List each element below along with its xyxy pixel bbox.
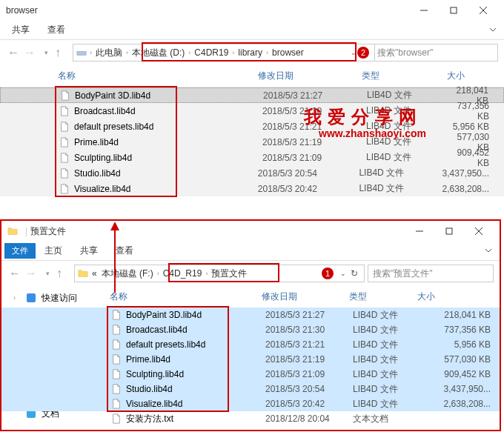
column-headers[interactable]: 名称 修改日期 类型 大小 xyxy=(0,65,504,87)
up-button[interactable]: ↑ xyxy=(55,46,70,59)
titlebar[interactable]: | 预置文件 xyxy=(1,221,500,242)
file-row[interactable]: Prime.lib4d2018/5/3 21:19LIB4D 文件577,030… xyxy=(1,352,500,367)
refresh-icon[interactable]: ↻ xyxy=(351,268,358,279)
file-date: 2018/5/3 20:54 xyxy=(258,168,359,179)
file-size: 2,638,208... xyxy=(421,399,500,409)
forward-button[interactable]: → xyxy=(22,45,37,60)
file-size: 909,452 KB xyxy=(421,369,500,379)
file-date: 2018/5/3 21:27 xyxy=(265,310,353,320)
file-list: BodyPaint 3D.lib4d2018/5/3 21:27LIB4D 文件… xyxy=(0,87,504,196)
file-date: 2018/5/3 20:54 xyxy=(265,384,353,394)
file-size: 5,956 KB xyxy=(421,339,500,350)
titlebar[interactable]: browser xyxy=(0,0,504,21)
folder-icon xyxy=(7,226,18,236)
tab-share[interactable]: 共享 xyxy=(71,242,107,260)
file-type: LIB4D 文件 xyxy=(353,309,421,322)
minimize-button[interactable] xyxy=(409,1,439,20)
tab-file[interactable]: 文件 xyxy=(4,243,36,259)
file-size: 737,356 KB xyxy=(421,325,500,335)
file-date: 2018/5/3 21:09 xyxy=(262,153,366,163)
col-name[interactable]: 名称 xyxy=(110,290,262,303)
file-row[interactable]: Studio.lib4d2018/5/3 20:54LIB4D 文件3,437,… xyxy=(1,382,500,396)
path-pc[interactable]: 此电脑 xyxy=(93,47,125,59)
file-size: 737,356 KB xyxy=(451,101,504,122)
path-box[interactable]: › 此电脑 › 本地磁盘 (D:) › C4DR19 › library › b… xyxy=(73,44,375,62)
file-row[interactable]: Visualize.lib4d2018/5/3 20:42LIB4D 文件2,6… xyxy=(1,396,500,411)
annotation-badge-1: 1 xyxy=(322,267,334,279)
col-size[interactable]: 大小 xyxy=(417,290,500,303)
file-icon xyxy=(111,413,122,424)
close-button[interactable] xyxy=(468,1,498,20)
file-date: 2018/5/3 21:09 xyxy=(265,369,353,379)
chevron-icon[interactable]: › xyxy=(88,49,93,56)
file-row[interactable]: 安装方法.txt2018/12/8 20:04文本文档 xyxy=(1,411,500,426)
file-size: 577,030 KB xyxy=(421,354,500,365)
ribbon-tabs: 共享 查看 xyxy=(0,21,504,40)
sidebar-item[interactable]: ›快速访问 xyxy=(3,289,88,307)
address-bar: ← → ▾ ↑ « 本地磁盘 (F:) › C4D_R19 › 预置文件 ⌄↻ … xyxy=(1,261,500,286)
close-button[interactable] xyxy=(464,222,494,241)
star-icon xyxy=(25,292,37,304)
file-size: 3,437,950... xyxy=(421,384,500,394)
ribbon-expand-icon[interactable] xyxy=(482,25,504,36)
ribbon-tabs: 文件 主页 共享 查看 xyxy=(1,242,500,261)
forward-button[interactable]: → xyxy=(24,266,39,281)
file-type: 文本文档 xyxy=(353,413,421,425)
window-title: browser xyxy=(6,5,409,16)
back-button[interactable]: ← xyxy=(6,45,21,60)
tab-share[interactable]: 共享 xyxy=(3,21,39,39)
file-date: 2018/5/3 21:30 xyxy=(265,325,353,335)
file-date: 2018/5/3 21:21 xyxy=(262,122,366,132)
search-input[interactable]: 搜索"browser" xyxy=(372,44,498,62)
tree-expand-icon[interactable]: › xyxy=(13,294,21,302)
back-button[interactable]: ← xyxy=(7,266,22,281)
path-drive[interactable]: 本地磁盘 (F:) xyxy=(99,267,156,280)
file-row[interactable]: BodyPaint 3D.lib4d2018/5/3 21:27LIB4D 文件… xyxy=(1,308,500,322)
path-dropdown-icon[interactable]: ⌄ xyxy=(340,270,346,277)
recent-dropdown[interactable]: ▾ xyxy=(40,266,55,281)
col-date[interactable]: 修改日期 xyxy=(262,290,349,303)
address-bar: ← → ▾ ↑ › 此电脑 › 本地磁盘 (D:) › C4DR19 › lib… xyxy=(0,40,504,65)
search-input[interactable]: 搜索"预置文件" xyxy=(368,265,494,282)
file-row[interactable]: Broadcast.lib4d2018/5/3 21:30LIB4D 文件737… xyxy=(1,322,500,337)
explorer-window-top: browser 共享 查看 ← → ▾ ↑ › 此电脑 › 本地磁盘 (D:) … xyxy=(0,0,504,196)
separator: | xyxy=(25,226,27,236)
chevron-icon[interactable]: › xyxy=(125,49,130,56)
file-row[interactable]: default presets.lib4d2018/5/3 21:21LIB4D… xyxy=(1,337,500,352)
explorer-window-bottom: | 预置文件 文件 主页 共享 查看 ← → ▾ ↑ « 本地磁盘 (F:) ›… xyxy=(0,219,501,431)
file-date: 2018/5/3 20:42 xyxy=(258,184,359,194)
svg-rect-6 xyxy=(446,228,452,234)
file-size: 3,437,950... xyxy=(442,168,504,179)
file-date: 2018/5/3 21:27 xyxy=(263,90,367,101)
col-type[interactable]: 类型 xyxy=(362,70,447,82)
maximize-button[interactable] xyxy=(434,222,464,241)
tab-view[interactable]: 查看 xyxy=(39,21,74,39)
annotation-box xyxy=(107,306,229,412)
svg-rect-4 xyxy=(77,51,86,55)
tab-view[interactable]: 查看 xyxy=(107,242,142,260)
file-size: 2,638,208... xyxy=(442,184,504,194)
svg-rect-9 xyxy=(27,293,36,302)
file-type: LIB4D 文件 xyxy=(359,167,442,179)
maximize-button[interactable] xyxy=(439,1,468,20)
up-button[interactable]: ↑ xyxy=(56,267,71,280)
file-date: 2018/5/3 21:19 xyxy=(265,354,353,365)
file-type: LIB4D 文件 xyxy=(366,136,451,148)
path-prefix[interactable]: « xyxy=(90,268,99,279)
file-row[interactable]: Sculpting.lib4d2018/5/3 21:09LIB4D 文件909… xyxy=(1,367,500,382)
tab-home[interactable]: 主页 xyxy=(36,242,71,260)
col-size[interactable]: 大小 xyxy=(447,70,504,82)
recent-dropdown[interactable]: ▾ xyxy=(39,45,53,60)
col-type[interactable]: 类型 xyxy=(349,290,417,303)
annotation-badge-2: 2 xyxy=(357,47,369,59)
file-type: LIB4D 文件 xyxy=(353,339,421,351)
file-date: 2018/5/3 21:30 xyxy=(262,106,366,116)
col-name[interactable]: 名称 xyxy=(58,70,258,82)
minimize-button[interactable] xyxy=(405,222,434,241)
file-list: BodyPaint 3D.lib4d2018/5/3 21:27LIB4D 文件… xyxy=(1,308,500,426)
file-date: 2018/12/8 20:04 xyxy=(265,413,353,424)
chevron-icon[interactable]: › xyxy=(156,270,161,277)
ribbon-expand-icon[interactable] xyxy=(477,246,500,256)
file-type: LIB4D 文件 xyxy=(353,353,421,366)
col-date[interactable]: 修改日期 xyxy=(258,70,362,82)
